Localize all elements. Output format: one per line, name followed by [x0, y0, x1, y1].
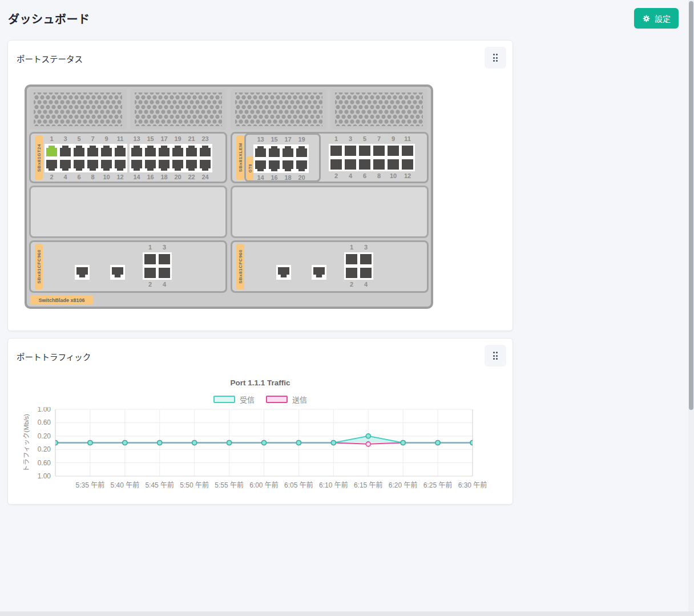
legend-label: 送信 [292, 394, 307, 405]
port-number: 3 [360, 244, 372, 251]
port-traffic-drag-handle[interactable] [485, 345, 506, 367]
port-4[interactable] [345, 159, 356, 170]
port-20[interactable] [296, 160, 307, 169]
port-13[interactable] [255, 148, 266, 157]
console-port[interactable] [312, 265, 326, 280]
port-2[interactable] [330, 159, 342, 170]
port-23[interactable] [200, 148, 211, 156]
blade-sbx81cfc960-right: SBx81CFC960 1324 [231, 240, 429, 293]
port-7[interactable] [373, 146, 385, 156]
port-number: 8 [373, 172, 385, 180]
port-3[interactable] [345, 146, 356, 156]
port-9[interactable] [388, 146, 399, 156]
port-16[interactable] [269, 160, 280, 169]
port-8[interactable] [373, 159, 385, 170]
port-4[interactable] [360, 268, 372, 278]
port-1[interactable] [330, 146, 342, 156]
port-14[interactable] [131, 160, 142, 168]
svg-text:1.00: 1.00 [38, 472, 51, 480]
port-10[interactable] [101, 160, 112, 168]
legend-item-受信[interactable]: 受信 [213, 394, 255, 405]
port-number: 17 [283, 136, 293, 143]
port-13[interactable] [131, 148, 142, 156]
port-status-card: ポートステータス SBx81GT24 135791124681012131517… [7, 40, 513, 331]
drag-handle-icon [493, 352, 498, 360]
port-8[interactable] [87, 160, 98, 168]
blade-label-tab: SBx81CFC960 [35, 244, 43, 289]
port-12[interactable] [115, 160, 126, 168]
svg-text:6:25 午前: 6:25 午前 [423, 481, 453, 489]
port-6[interactable] [359, 159, 370, 170]
port-21[interactable] [186, 148, 197, 156]
port-4[interactable] [159, 268, 170, 278]
port-16[interactable] [145, 160, 156, 168]
port-17[interactable] [159, 148, 170, 156]
port-19[interactable] [172, 148, 183, 156]
port-22[interactable] [186, 160, 197, 168]
port-2[interactable] [144, 268, 156, 278]
svg-text:トラフィック(Mb/s): トラフィック(Mb/s) [23, 414, 30, 472]
port-10[interactable] [388, 159, 399, 170]
legend-item-送信[interactable]: 送信 [266, 394, 307, 405]
port-6[interactable] [74, 160, 84, 168]
scrollbar-thumb[interactable] [689, 1, 693, 410]
port-3[interactable] [159, 254, 170, 264]
port-number: 9 [101, 135, 112, 143]
scrollbar-track[interactable] [688, 0, 694, 616]
drag-handle-icon [493, 54, 498, 62]
port-number: 3 [159, 244, 170, 251]
port-20[interactable] [172, 160, 183, 168]
svg-text:6:05 午前: 6:05 午前 [284, 481, 313, 489]
port-18[interactable] [283, 160, 293, 169]
chart-legend: 受信送信 [8, 394, 513, 405]
port-9[interactable] [101, 148, 112, 156]
port-11[interactable] [115, 148, 126, 156]
port-2[interactable] [346, 268, 357, 278]
port-15[interactable] [269, 148, 280, 157]
port-3[interactable] [360, 254, 372, 264]
port-number: 8 [87, 174, 98, 181]
svg-text:6:20 午前: 6:20 午前 [389, 481, 418, 489]
port-14[interactable] [255, 160, 266, 169]
svg-text:0.60: 0.60 [38, 459, 51, 467]
port-24[interactable] [200, 160, 211, 168]
port-11[interactable] [402, 146, 413, 156]
port-1[interactable] [144, 254, 156, 264]
port-number: 21 [186, 135, 197, 143]
settings-button[interactable]: 設定 [634, 8, 679, 29]
svg-text:1.00: 1.00 [38, 407, 51, 413]
chart-plot-area[interactable]: 1.000.600.200.200.601.00トラフィック(Mb/s)5:35… [8, 407, 513, 497]
port-5[interactable] [359, 146, 370, 156]
switch-chassis-diagram: SBx81GT24 135791124681012131517192123141… [25, 84, 433, 309]
port-bank: 1324 [143, 244, 172, 288]
slot-empty [231, 186, 429, 238]
fan-grille [330, 89, 427, 130]
port-status-drag-handle[interactable] [485, 47, 506, 69]
port-7[interactable] [87, 148, 98, 156]
port-15[interactable] [145, 148, 156, 156]
console-port[interactable] [276, 265, 291, 280]
port-number: 1 [346, 244, 357, 251]
port-1[interactable] [346, 254, 357, 264]
port-number: 15 [269, 136, 280, 143]
port-12[interactable] [402, 159, 413, 170]
port-1[interactable] [46, 148, 57, 156]
port-number: 24 [200, 174, 211, 181]
port-18[interactable] [159, 160, 170, 168]
port-5[interactable] [74, 148, 84, 156]
port-number: 2 [144, 281, 156, 288]
port-19[interactable] [296, 148, 307, 157]
port-number: 4 [159, 281, 170, 288]
port-2[interactable] [46, 160, 57, 168]
svg-text:6:00 午前: 6:00 午前 [249, 481, 279, 489]
port-number: 22 [186, 174, 197, 181]
port-17[interactable] [283, 148, 293, 157]
port-3[interactable] [60, 148, 71, 156]
port-number: 11 [402, 135, 413, 143]
svg-text:6:15 午前: 6:15 午前 [354, 481, 383, 489]
blade-sbx81xlem: SBx81XLEM GT8 1315171914161820 135791124… [231, 132, 429, 183]
port-number: 7 [373, 135, 385, 143]
console-port[interactable] [110, 265, 125, 280]
port-4[interactable] [60, 160, 71, 168]
console-port[interactable] [75, 265, 90, 280]
